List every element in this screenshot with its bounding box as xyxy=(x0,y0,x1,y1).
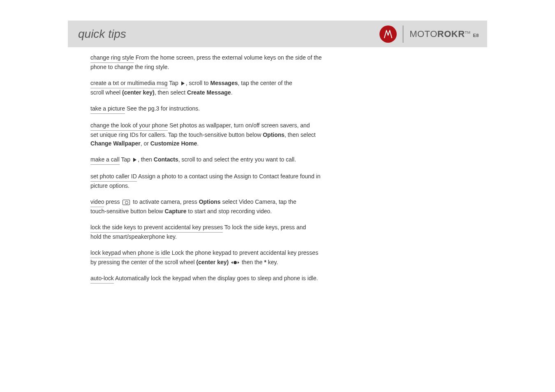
tip-label: lock the side keys to prevent accidental… xyxy=(90,223,223,233)
tip-text: then the xyxy=(240,259,264,265)
tip-text: picture options. xyxy=(90,182,130,189)
tip-text: , tap the center of the xyxy=(238,80,292,86)
tip-text: , or xyxy=(141,140,150,147)
play-icon xyxy=(133,158,136,162)
tip-auto-lock: auto-lock Automatically lock the keypad … xyxy=(90,274,386,284)
tip-bold: Capture xyxy=(165,208,187,214)
tip-text: Assign a photo to a contact using the As… xyxy=(137,173,321,180)
tip-label: set photo caller ID xyxy=(90,172,137,182)
tip-text: Lock the phone keypad to prevent acciden… xyxy=(170,249,318,256)
product-suffix: E8 xyxy=(473,33,479,38)
tip-text: phone to change the ring style. xyxy=(90,64,169,70)
tip-text: scroll wheel xyxy=(90,89,122,96)
tip-label: take a picture xyxy=(90,104,125,114)
tip-video: video press to activate camera, press Op… xyxy=(90,198,386,216)
tip-text: To lock the side keys, press and xyxy=(223,224,306,231)
tip-text: key. xyxy=(266,259,278,265)
tip-bold: (center key) xyxy=(122,89,155,96)
tip-text: touch-sensitive button below xyxy=(90,208,165,214)
page-title: quick tips xyxy=(78,28,126,41)
tip-lock-side-keys: lock the side keys to prevent accidental… xyxy=(90,223,386,241)
tip-text: select Video Camera, tap the xyxy=(221,198,296,205)
tip-text: to activate camera, press xyxy=(131,198,199,205)
tip-label: make a call xyxy=(90,155,120,165)
tip-text: to start and stop recording video. xyxy=(186,208,272,214)
tip-bold: (center key) xyxy=(197,259,229,265)
tip-bold: Change Wallpaper xyxy=(90,140,141,147)
content-area: change ring style From the home screen, … xyxy=(90,53,386,291)
tip-bold: Contacts xyxy=(154,156,178,163)
tip-take-picture: take a picture See the pg.3 for instruct… xyxy=(90,104,386,114)
tip-change-look: change the look of your phone Set photos… xyxy=(90,121,386,148)
tip-text: , scroll to and select the entry you wan… xyxy=(178,156,296,163)
tip-bold: Options xyxy=(263,131,284,138)
tip-label: change the look of your phone xyxy=(90,121,168,131)
tip-text: Set photos as wallpaper, turn on/off scr… xyxy=(168,122,310,129)
tip-label: lock keypad when phone is idle xyxy=(90,249,170,258)
tip-bold: Create Message xyxy=(187,89,231,96)
tip-make-call: make a call Tap , then Contacts, scroll … xyxy=(90,155,386,165)
tip-label: create a txt or multimedia msg xyxy=(90,79,168,88)
product-name: MOTOROKRTME8 xyxy=(409,29,479,39)
tip-bold: Messages xyxy=(210,80,238,86)
tip-label: auto-lock xyxy=(90,274,114,284)
tip-bold: Options xyxy=(199,198,221,205)
tip-label: video xyxy=(90,198,104,207)
tip-text: From the home screen, press the external… xyxy=(134,54,322,61)
product-prefix: MOTO xyxy=(409,29,437,39)
tip-label: change ring style xyxy=(90,53,134,63)
tip-photo-caller-id: set photo caller ID Assign a photo to a … xyxy=(90,172,386,190)
tip-text xyxy=(229,259,230,265)
tip-lock-keypad: lock keypad when phone is idle Lock the … xyxy=(90,249,386,267)
tip-change-ring-style: change ring style From the home screen, … xyxy=(90,53,386,71)
tip-text: by pressing the center of the scroll whe… xyxy=(90,259,197,265)
center-key-icon xyxy=(231,261,239,264)
product-main: ROKR xyxy=(437,29,465,39)
tip-text: , then select xyxy=(155,89,187,96)
tip-text: See the pg.3 for instructions. xyxy=(125,105,200,112)
camera-icon xyxy=(123,200,130,205)
tip-text: Tap xyxy=(168,80,180,86)
tip-text: set unique ring IDs for callers. Tap the… xyxy=(90,131,263,138)
play-icon xyxy=(181,81,185,85)
tip-create-msg: create a txt or multimedia msg Tap , scr… xyxy=(90,79,386,97)
header-right: MOTOROKRTME8 xyxy=(379,25,479,43)
tip-text: . xyxy=(197,140,199,147)
vertical-divider xyxy=(403,25,403,43)
tip-text: . xyxy=(231,89,233,96)
header-band: quick tips MOTOROKRTME8 xyxy=(68,21,487,47)
tip-text: press xyxy=(104,198,121,205)
tip-bold: Customize Home xyxy=(150,140,197,147)
tip-text: Tap xyxy=(120,156,132,163)
trademark-symbol: TM xyxy=(465,30,471,34)
tip-text: , then select xyxy=(284,131,316,138)
tip-text: , then xyxy=(138,156,154,163)
tip-text: , scroll to xyxy=(186,80,210,86)
tip-text: Automatically lock the keypad when the d… xyxy=(114,275,318,281)
motorola-logo-icon xyxy=(379,25,397,43)
tip-text: hold the smart/speakerphone key. xyxy=(90,233,177,240)
